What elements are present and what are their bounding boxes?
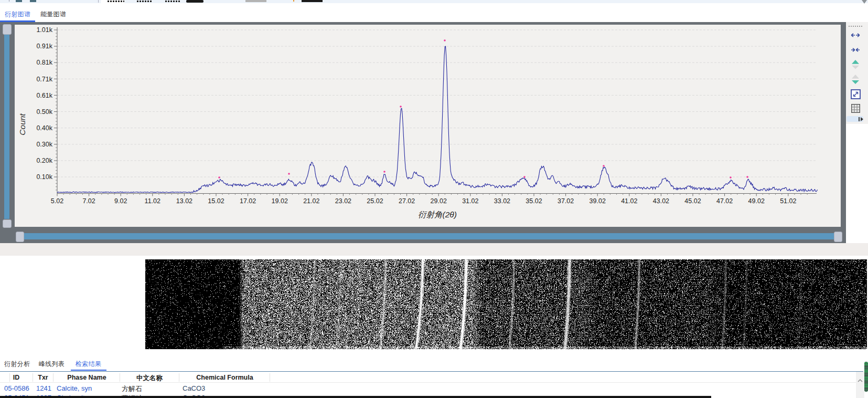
svg-text:0.20k: 0.20k	[36, 157, 52, 164]
svg-text:35.02: 35.02	[526, 197, 542, 205]
svg-text:17.02: 17.02	[240, 197, 256, 205]
svg-text:49.02: 49.02	[748, 197, 765, 205]
svg-text:0.81k: 0.81k	[36, 59, 52, 66]
svg-text:15.02: 15.02	[208, 197, 224, 205]
svg-text:0.91k: 0.91k	[36, 43, 52, 50]
svg-text:0.30k: 0.30k	[36, 141, 52, 148]
svg-text:5.02: 5.02	[51, 197, 63, 205]
svg-text:1.01k: 1.01k	[36, 26, 52, 34]
svg-text:19.02: 19.02	[272, 197, 288, 205]
svg-text:23.02: 23.02	[335, 197, 351, 205]
svg-text:31.02: 31.02	[462, 197, 478, 205]
svg-text:Count: Count	[18, 113, 27, 135]
svg-text:0.50k: 0.50k	[36, 108, 52, 116]
svg-text:39.02: 39.02	[590, 197, 606, 205]
svg-text:43.02: 43.02	[653, 197, 669, 205]
svg-text:0.61k: 0.61k	[36, 92, 52, 99]
svg-text:0.40k: 0.40k	[36, 124, 52, 132]
svg-text:21.02: 21.02	[303, 197, 319, 205]
svg-text:27.02: 27.02	[399, 197, 415, 205]
svg-text:25.02: 25.02	[367, 197, 383, 205]
svg-text:0.71k: 0.71k	[36, 76, 52, 83]
svg-text:51.02: 51.02	[780, 197, 796, 205]
svg-text:13.02: 13.02	[176, 197, 192, 205]
svg-text:衍射角(2θ): 衍射角(2θ)	[418, 210, 457, 219]
svg-text:0.10k: 0.10k	[36, 173, 52, 181]
svg-text:29.02: 29.02	[431, 197, 447, 205]
svg-text:7.02: 7.02	[82, 197, 95, 205]
svg-text:9.02: 9.02	[114, 197, 127, 205]
svg-text:33.02: 33.02	[494, 197, 510, 205]
svg-text:37.02: 37.02	[558, 197, 574, 205]
svg-text:45.02: 45.02	[684, 197, 701, 205]
svg-text:11.02: 11.02	[145, 197, 160, 205]
svg-text:47.02: 47.02	[716, 197, 733, 205]
svg-text:41.02: 41.02	[621, 197, 637, 205]
